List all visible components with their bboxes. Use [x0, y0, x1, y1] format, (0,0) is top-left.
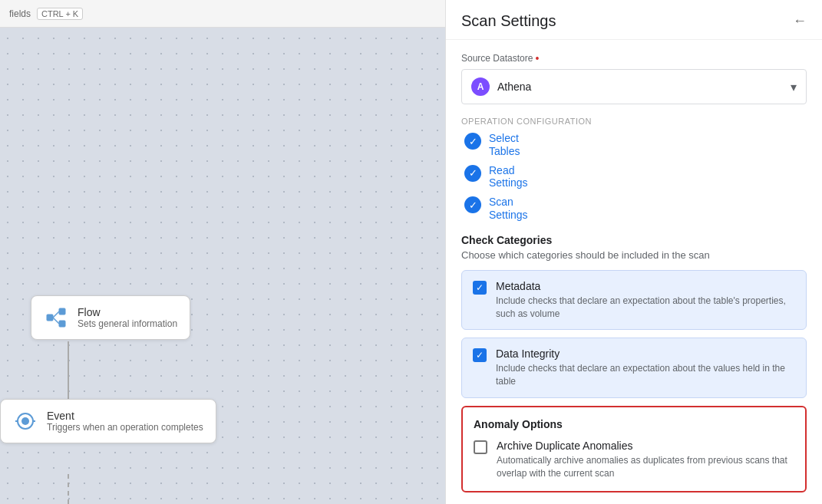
keyboard-shortcut: CTRL + K	[37, 8, 83, 20]
event-node[interactable]: Event Triggers when an operation complet…	[0, 399, 216, 443]
anomaly-options-section: Anomaly Options Archive Duplicate Anomal…	[461, 406, 807, 492]
required-indicator: •	[535, 52, 539, 64]
event-node-title: Event	[47, 410, 203, 422]
canvas-area: fields CTRL + K Flow Sets general inform…	[0, 0, 445, 504]
metadata-checkbox[interactable]: ✓	[473, 281, 487, 295]
right-panel: Scan Settings ← Source Datastore • A Ath…	[445, 0, 822, 504]
step-check-read-icon: ✓	[464, 165, 481, 182]
data-integrity-desc: Include checks that declare an expectati…	[496, 362, 795, 388]
svg-rect-1	[59, 308, 65, 315]
canvas-toolbar: fields CTRL + K	[0, 0, 445, 28]
step-read-label[interactable]: ReadSettings	[489, 164, 528, 190]
back-button[interactable]: ←	[793, 13, 807, 29]
flow-node-info: Flow Sets general information	[78, 306, 177, 329]
source-datastore-select[interactable]: A Athena ▾	[461, 69, 807, 104]
step-read-settings[interactable]: ✓ ReadSettings	[461, 164, 807, 190]
step-scan-label[interactable]: ScanSettings	[489, 196, 528, 222]
event-node-subtitle: Triggers when an operation completes	[47, 422, 203, 433]
flow-icon	[44, 305, 68, 330]
operation-config-label: Operation Configuration	[461, 117, 807, 126]
anomaly-options-title: Anomaly Options	[474, 418, 794, 430]
metadata-info: Metadata Include checks that declare an …	[496, 280, 795, 321]
datastore-value: Athena	[497, 81, 783, 93]
svg-rect-0	[47, 315, 53, 321]
source-datastore-label: Source Datastore •	[461, 52, 807, 64]
event-icon	[13, 409, 38, 433]
panel-header: Scan Settings ←	[446, 0, 822, 40]
event-node-info: Event Triggers when an operation complet…	[47, 410, 203, 433]
svg-rect-2	[59, 321, 65, 327]
metadata-card: ✓ Metadata Include checks that declare a…	[461, 270, 807, 331]
step-scan-settings[interactable]: ✓ ScanSettings	[461, 196, 807, 222]
svg-line-3	[53, 311, 59, 318]
archive-duplicates-checkbox[interactable]	[474, 440, 487, 454]
steps-container: ✓ SelectTables ✓ ReadSettings ✓ ScanSett…	[461, 132, 807, 222]
archive-duplicates-label: Archive Duplicate Anomalies	[497, 440, 794, 452]
athena-icon: A	[471, 77, 490, 96]
data-integrity-card: ✓ Data Integrity Include checks that dec…	[461, 338, 807, 398]
panel-content: Source Datastore • A Athena ▾ Operation …	[446, 40, 822, 504]
step-select-label[interactable]: SelectTables	[489, 132, 520, 158]
data-integrity-checkbox[interactable]: ✓	[473, 348, 487, 362]
panel-title: Scan Settings	[461, 12, 556, 30]
data-integrity-title: Data Integrity	[496, 348, 795, 360]
flow-node-subtitle: Sets general information	[78, 318, 177, 329]
connector-line	[68, 341, 69, 399]
connector-line-bottom	[68, 474, 69, 504]
select-arrow-icon: ▾	[791, 80, 797, 94]
anomaly-archive-option: Archive Duplicate Anomalies Automaticall…	[474, 440, 794, 480]
data-integrity-info: Data Integrity Include checks that decla…	[496, 348, 795, 388]
step-select-tables[interactable]: ✓ SelectTables	[461, 132, 807, 158]
flow-node-title: Flow	[78, 306, 177, 318]
step-check-icon: ✓	[464, 133, 481, 150]
fields-label: fields	[9, 8, 31, 19]
svg-line-4	[53, 318, 59, 324]
metadata-title: Metadata	[496, 280, 795, 292]
anomaly-option-info: Archive Duplicate Anomalies Automaticall…	[497, 440, 794, 480]
check-categories-title: Check Categories	[461, 234, 807, 246]
step-check-scan-icon: ✓	[464, 196, 481, 213]
check-categories-subtitle: Choose which categories should be includ…	[461, 249, 807, 261]
svg-point-6	[21, 417, 29, 425]
flow-node[interactable]: Flow Sets general information	[31, 295, 190, 340]
metadata-desc: Include checks that declare an expectati…	[496, 295, 795, 321]
archive-duplicates-desc: Automatically archive anomalies as dupli…	[497, 454, 794, 480]
